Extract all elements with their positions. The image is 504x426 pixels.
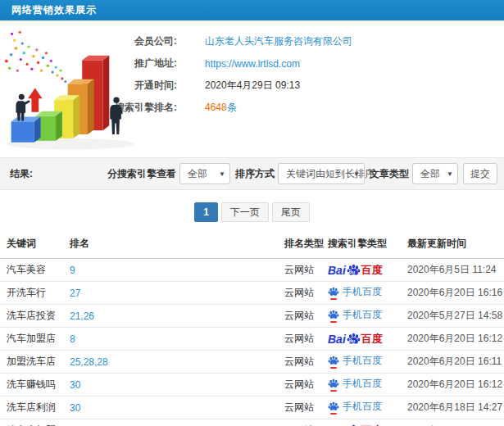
- updated-cell: 2020年6月18日 14:27: [407, 401, 502, 413]
- table-body: 汽车美容 9 云网站 Bai du 百度 2020年6月5日 11:24 开洗车…: [0, 259, 504, 426]
- column-header-updated: 最新更新时间: [407, 233, 504, 259]
- page-title: 网络营销效果展示: [11, 3, 97, 17]
- mobile-baidu-logo: 手机百度: [328, 378, 382, 389]
- last-page-button[interactable]: 尾页: [272, 202, 310, 222]
- mobile-baidu-logo: 手机百度: [328, 355, 382, 366]
- table-row: 加盟洗车店 25,28,28 云网站 手机百度 2020年6月20日 16:11: [0, 351, 504, 374]
- baidu-red-accent: [330, 367, 337, 369]
- table-row: 洗车赚钱吗 30 云网站 手机百度 2020年6月20日 16:12: [0, 374, 504, 397]
- info-row: 推广地址: https://www.lrtlsd.com: [107, 52, 504, 75]
- info-value[interactable]: 山东老人头汽车服务咨询有限公司: [205, 34, 352, 48]
- keyword-cell: 汽车加盟店: [7, 333, 56, 344]
- keyword-cell: 汽车美容: [7, 264, 46, 275]
- rank-link[interactable]: 30: [70, 402, 80, 414]
- baidu-paw-icon: du: [347, 263, 361, 277]
- confetti-dots: [5, 31, 66, 83]
- results-label: 结果:: [10, 167, 33, 181]
- rank-link[interactable]: 27: [70, 288, 80, 299]
- info-value: 4648条: [205, 101, 237, 115]
- table-row: 洗车店加盟 3 云网站 Bai du 百度 2020年6月18日 14:30: [0, 419, 504, 426]
- baidu-logo: Bai du 百度: [328, 332, 383, 346]
- baidu-paw-icon: [328, 355, 339, 366]
- baidu-red-accent: [330, 390, 337, 392]
- baidu-paw-icon: [328, 401, 339, 412]
- rank-link[interactable]: 25,28,28: [70, 356, 108, 368]
- mobile-baidu-logo: 手机百度: [328, 286, 382, 297]
- rank-type-cell: 云网站: [284, 378, 314, 390]
- updated-cell: 2020年5月27日 14:58: [407, 310, 502, 321]
- baidu-paw-icon: du: [347, 332, 361, 346]
- column-header-rank-type: 排名类型: [284, 233, 328, 259]
- updated-cell: 2020年6月20日 16:12: [407, 378, 502, 390]
- keyword-cell: 洗车店利润: [7, 401, 56, 413]
- baidu-red-accent: [330, 321, 337, 323]
- pagination: 1 下一页 尾页: [0, 190, 504, 222]
- chevron-down-icon: ▼: [219, 165, 225, 184]
- keyword-cell: 洗车赚钱吗: [7, 378, 56, 390]
- sort-select[interactable]: 关键词由短到长排序 ▼: [278, 163, 365, 184]
- keyword-cell: 开洗车行: [7, 287, 46, 298]
- rank-link[interactable]: 9: [70, 265, 75, 276]
- column-header-engine-type: 搜索引擎类型: [328, 233, 407, 259]
- top-section: 会员公司: 山东老人头汽车服务咨询有限公司 推广地址: https://www.…: [0, 20, 504, 157]
- updated-cell: 2020年6月20日 16:16: [407, 287, 502, 298]
- baidu-paw-icon: [328, 309, 339, 320]
- table-row: 洗车店投资 21,26 云网站 手机百度 2020年5月27日 14:58: [0, 305, 504, 328]
- column-header-rank: 排名: [70, 233, 284, 259]
- chevron-down-icon: ▼: [353, 165, 360, 184]
- keyword-cell: 洗车店投资: [7, 310, 56, 321]
- account-info-panel: 会员公司: 山东老人头汽车服务咨询有限公司 推广地址: https://www.…: [107, 20, 504, 119]
- info-row: 搜索引擎排名: 4648条: [107, 97, 504, 119]
- rank-type-cell: 云网站: [284, 264, 314, 275]
- growth-bars-illustration: [0, 24, 148, 156]
- baidu-logo: Bai du 百度: [328, 263, 383, 277]
- article-type-value: 全部: [420, 168, 440, 179]
- engine-filter-value: 全部: [188, 168, 207, 179]
- table-row: 洗车店利润 30 云网站 手机百度 2020年6月18日 14:27: [0, 397, 504, 419]
- submit-button[interactable]: 提交: [463, 163, 497, 184]
- rank-link[interactable]: 8: [70, 333, 75, 345]
- keywords-table: 关键词 排名 排名类型 搜索引擎类型 最新更新时间 汽车美容 9 云网站 Bai…: [0, 233, 504, 426]
- sort-value: 关键词由短到长排序: [286, 168, 375, 179]
- info-value: 2020年4月29日 09:13: [205, 79, 300, 93]
- rank-type-cell: 云网站: [284, 401, 314, 413]
- engine-filter-label: 分搜索引擎查看: [107, 167, 176, 181]
- rank-type-cell: 云网站: [284, 333, 314, 344]
- page-current[interactable]: 1: [194, 202, 218, 222]
- baidu-red-accent: [330, 413, 337, 415]
- keyword-cell: 加盟洗车店: [7, 356, 56, 367]
- rank-link[interactable]: 21,26: [70, 310, 94, 322]
- mobile-baidu-logo: 手机百度: [328, 309, 382, 320]
- info-row: 开通时间: 2020年4月29日 09:13: [107, 75, 504, 97]
- rank-type-cell: 云网站: [284, 310, 314, 321]
- rank-type-cell: 云网站: [284, 356, 314, 367]
- table-row: 开洗车行 27 云网站 手机百度 2020年6月20日 16:16: [0, 282, 504, 305]
- article-type-label: 文章类型: [370, 167, 409, 181]
- mobile-baidu-logo: 手机百度: [328, 401, 382, 412]
- filter-bar: 结果: 分搜索引擎查看 全部 ▼ 排序方式 关键词由短到长排序 ▼ 文章类型 全…: [0, 157, 504, 190]
- info-row: 会员公司: 山东老人头汽车服务咨询有限公司: [107, 30, 504, 52]
- sort-label: 排序方式: [235, 167, 275, 181]
- article-type-select[interactable]: 全部 ▼: [412, 163, 458, 184]
- table-row: 汽车加盟店 8 云网站 Bai du 百度 2020年6月20日 16:12: [0, 328, 504, 351]
- next-page-button[interactable]: 下一页: [221, 202, 269, 222]
- table-row: 汽车美容 9 云网站 Bai du 百度 2020年6月5日 11:24: [0, 259, 504, 282]
- table-header-row: 关键词 排名 排名类型 搜索引擎类型 最新更新时间: [0, 233, 504, 259]
- rank-type-cell: 云网站: [284, 287, 314, 298]
- baidu-paw-icon: [328, 378, 339, 389]
- engine-filter-select[interactable]: 全部 ▼: [179, 163, 230, 184]
- baidu-red-accent: [330, 298, 337, 300]
- chevron-down-icon: ▼: [447, 165, 453, 184]
- rank-link[interactable]: 30: [70, 379, 80, 391]
- businessman-figure: [110, 97, 123, 134]
- updated-cell: 2020年6月20日 16:12: [407, 333, 502, 344]
- updated-cell: 2020年6月20日 16:11: [407, 356, 502, 367]
- businessman-figure: [16, 94, 30, 121]
- app-header: 网络营销效果展示: [0, 0, 504, 20]
- column-header-keyword: 关键词: [0, 233, 70, 259]
- updated-cell: 2020年6月5日 11:24: [407, 264, 497, 275]
- baidu-paw-icon: [328, 286, 339, 297]
- info-value[interactable]: https://www.lrtlsd.com: [205, 58, 300, 70]
